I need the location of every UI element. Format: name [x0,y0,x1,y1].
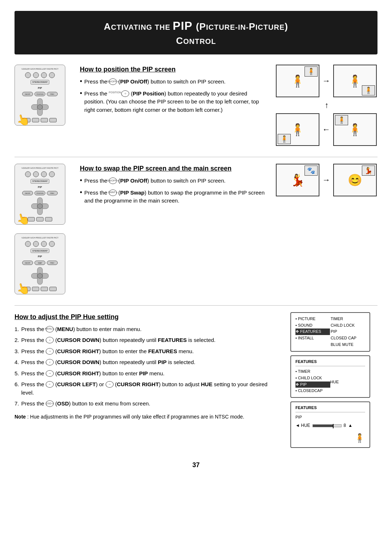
swap-small-1: 🐾 [305,166,318,176]
arrow-down-left [278,99,322,111]
section-swap-remotes: V.DOLBY A/CH PROG.LIST FASTR PICT STEREO… [15,164,73,294]
pip-diagram-4: 🧍 🧍 [333,113,377,146]
position-bullet-2: Press the POSITION○ (PIP Position) butto… [80,90,269,114]
section-position-diagrams: 🧍 🧍 → 🧍 🧍 ↑ [276,65,377,146]
section-hue-menus: • PICTURE • SOUND ❖ FEATURES • INSTALL T… [290,312,377,452]
arrow-down-right: ↑ [325,99,329,111]
section-swap: V.DOLBY A/CH PROG.LIST FASTR PICT STEREO… [15,164,377,294]
swap-arrow: → [322,174,330,186]
remote-btn-circle [49,72,55,78]
nav-cross [31,98,49,116]
section-swap-heading: How to swap the PIP screen and the main … [80,164,269,173]
stereoswap-btn: STEREOSWAP [30,80,49,85]
hue-step-1: 1. Press the MENU○ (MENU) button to ente… [15,325,279,334]
remote-bottom-btn [41,118,48,122]
swap-diagram-1: 💃 🐾 [276,164,319,196]
cursor-right-icon-3: → [106,381,114,388]
cursor-right-icon-2: → [46,370,54,377]
menu2-hue: HUE [330,368,365,385]
menu-col2-closedcap: CLOSED CAP [331,335,365,342]
menu2-title: FEATURES [295,359,365,366]
remote-image-1: V.DOLBY A/CH PROG.LIST FASTR PICT STEREO… [15,65,65,126]
menu3-title: FEATURES [295,405,365,412]
section-swap-content: How to swap the PIP screen and the main … [80,164,269,209]
swap-bullet-1: Press the ON/OFF○ (PIP On/Off) button to… [80,177,269,185]
page-title: ACTIVATING THE PIP (PICTURE-IN-PICTURE) … [23,17,369,48]
hue-arrow-up: ▲ [348,423,352,429]
onoff-icon-2: ON/OFF○ [109,177,117,184]
section-hue: How to adjust the PIP Hue setting 1. Pre… [15,312,377,452]
menu3-pip-label: PIP [295,415,365,420]
swap-bullet-2: Press the SWAP○ (PIP Swap) button to swa… [80,189,269,205]
remote-image-3: V.DOLBY A/CH PROG.LIST FASTR PICT STEREO… [15,164,65,225]
menu-row-features: ❖ FEATURES [295,328,330,335]
menu-layout-1: • PICTURE • SOUND ❖ FEATURES • INSTALL T… [295,316,365,348]
page-title-box: ACTIVATING THE PIP (PICTURE-IN-PICTURE) … [15,11,377,54]
onoff-icon: ON/OFF○ [109,78,117,85]
remote-image-4: V.DOLBY A/CH PROG.LIST FASTR PICT STEREO… [15,233,65,294]
menu-screenshot-1: • PICTURE • SOUND ❖ FEATURES • INSTALL T… [290,312,370,352]
menu-row-install: • INSTALL [295,335,330,342]
menu-col2-childlock: CHILD LOCK [331,322,365,329]
hue-value: 8 [344,423,346,429]
menu-screenshot-3: FEATURES PIP ◄ HUE 8 ▲ 🧍 [290,401,370,448]
menu-row-sound: • SOUND [295,322,330,329]
pip-diagram-2: 🧍 🧍 [333,65,377,97]
hue-slider-marker [333,424,334,428]
pip-small-box-br: 🧍 [362,85,375,95]
menu-screenshot-2: FEATURES • TIMER • CHILD LOCK ❖ PIP • CL… [290,355,370,398]
hue-step-2: 2. Press the ↓ (CURSOR DOWN) button repe… [15,336,279,344]
section-position-content: How to position the PIP screen Press the… [80,65,269,118]
position-btn: POSITION [34,92,45,96]
divider-2 [15,305,377,306]
section-hue-heading: How to adjust the PIP Hue setting [15,312,279,322]
section-position-heading: How to position the PIP screen [80,65,269,74]
hue-slider-track [313,424,342,427]
hand-pointer-icon: 👆 [15,111,32,130]
position-icon: ○ [121,90,129,97]
divider-1 [15,157,377,157]
remote-bottom-btn [32,118,39,122]
menu-col2-timer: TIMER [331,316,365,322]
arrow-left-1: ← [322,124,330,135]
hand-pointer-2: 👆 [15,210,32,229]
menu-col2-pip: PIP [331,328,365,335]
page-number: 37 [15,460,377,470]
hue-steps: 1. Press the MENU○ (MENU) button to ente… [15,325,279,408]
position-bullets: Press the ON/OFF○ (PIP On/Off) button to… [80,78,269,114]
pip-small-box-tl: 🧍 [335,115,348,125]
remote-bottom-btn [49,118,57,122]
cursor-right-icon-1: → [46,348,54,355]
cursor-down-icon: ↓ [46,337,54,343]
remote-btn-circle [41,72,47,78]
pip-diagram-1: 🧍 🧍 [276,65,319,97]
hue-bar: ◄ HUE 8 ▲ [295,423,365,429]
menu2-childlock: • CHILD LOCK [295,375,330,381]
onoff-btn: ON/OFF [22,92,33,96]
prev-btn: PREV [47,92,58,96]
menu2-closedcap: • CLOSEDCAP [295,388,330,394]
pip-diagram-3: 🧍 🧍 [276,113,319,146]
cursor-down-icon-2: ↓ [46,359,54,366]
hue-label: ◄ HUE [295,423,310,429]
menu-col2-bluemute: BLUE MUTE [331,342,365,348]
hue-step-6: 6. Press the ← (CURSOR LEFT) or → (CURSO… [15,380,279,397]
osd-icon: OSD○ [46,400,54,407]
section-swap-diagrams: 💃 🐾 → 😊 💃 [276,164,377,196]
arrow-right-1: → [322,75,330,87]
menu-icon: MENU○ [46,326,54,332]
hue-step-5: 5. Press the → (CURSOR RIGHT) button to … [15,370,279,378]
swap-bullets: Press the ON/OFF○ (PIP On/Off) button to… [80,177,269,205]
swap-diagram-2: 😊 💃 [333,164,377,196]
hue-note: Note : Hue adjustments in the PIP progra… [15,413,279,420]
menu3-figure: 🧍 [295,432,365,445]
hue-step-3: 3. Press the → (CURSOR RIGHT) button to … [15,347,279,356]
pip-small-box-bl: 🧍 [278,134,291,144]
position-bullet-1: Press the ON/OFF○ (PIP On/Off) button to… [80,78,269,86]
remote-btn-circle [33,72,39,78]
hue-slider-fill [313,425,333,427]
pip-small-box-tr: 🧍 [305,66,318,77]
menu-row-picture: • PICTURE [295,316,330,322]
cursor-left-icon: ← [46,381,54,388]
section-position: V.DOLBY A/CH PROG.LIST FASTR PICT STEREO… [15,65,377,146]
